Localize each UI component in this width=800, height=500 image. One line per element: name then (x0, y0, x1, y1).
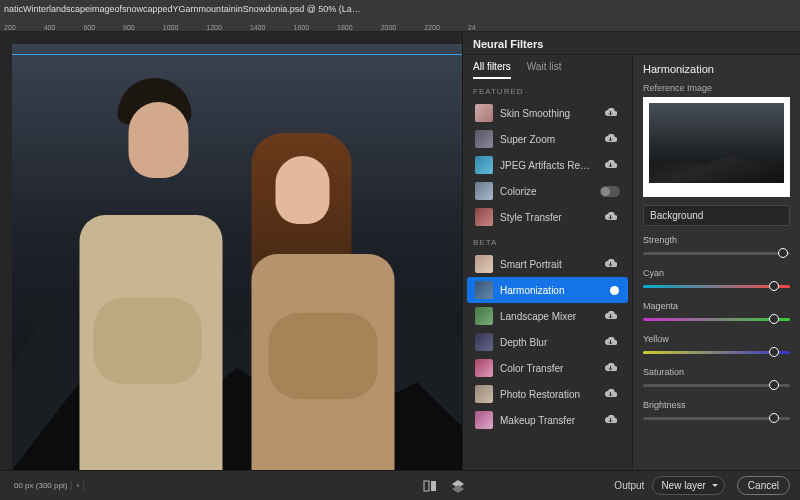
filter-label: Depth Blur (500, 337, 593, 348)
download-cloud-icon[interactable] (600, 108, 620, 118)
reference-image-thumb[interactable] (643, 97, 790, 197)
ruler-mark: 200 (4, 24, 16, 31)
reference-image-label: Reference Image (643, 83, 790, 93)
slider-label-cyan: Cyan (643, 268, 790, 278)
filter-landscape-mixer[interactable]: Landscape Mixer (467, 303, 628, 329)
footer-bar: 00 px (300 ppi) › Output New layer Cance… (0, 470, 800, 500)
ruler-mark: 1600 (293, 24, 309, 31)
slider-saturation[interactable] (643, 379, 790, 391)
slider-yellow[interactable] (643, 346, 790, 358)
section-beta: Beta (463, 230, 632, 251)
filter-label: JPEG Artifacts Removal (500, 160, 593, 171)
ruler-mark: 600 (83, 24, 95, 31)
ruler-mark: 1400 (250, 24, 266, 31)
slider-label-magenta: Magenta (643, 301, 790, 311)
person-female (237, 78, 413, 470)
output-label: Output (614, 480, 644, 491)
filter-detail-column: Harmonization Reference Image Background… (633, 55, 800, 470)
download-cloud-icon[interactable] (600, 415, 620, 425)
guide-line[interactable] (12, 54, 462, 55)
filter-depth-blur[interactable]: Depth Blur (467, 329, 628, 355)
filter-toggle[interactable] (600, 186, 620, 197)
download-cloud-icon[interactable] (600, 134, 620, 144)
filter-label: Color Transfer (500, 363, 593, 374)
slider-label-saturation: Saturation (643, 367, 790, 377)
foreground-subjects (62, 78, 413, 470)
download-cloud-icon[interactable] (600, 212, 620, 222)
filters-column: All filters Wait list Featured Skin Smoo… (463, 55, 633, 470)
ruler-mark: 24 (468, 24, 476, 31)
slider-strength[interactable] (643, 247, 790, 259)
filter-photo-restoration[interactable]: Photo Restoration (467, 381, 628, 407)
svg-rect-2 (424, 481, 429, 491)
tab-all-filters[interactable]: All filters (473, 61, 511, 79)
document-tab-bar: naticWinterlandscapeimageofsnowcappedYGa… (0, 0, 800, 18)
output-select[interactable]: New layer (652, 476, 724, 495)
slider-label-brightness: Brightness (643, 400, 790, 410)
filter-label: Style Transfer (500, 212, 593, 223)
download-cloud-icon[interactable] (600, 389, 620, 399)
filter-colorize[interactable]: Colorize (467, 178, 628, 204)
ruler-mark: 800 (123, 24, 135, 31)
ruler-mark: 2200 (424, 24, 440, 31)
filter-label: Makeup Transfer (500, 415, 593, 426)
panel-title: Neural Filters (463, 32, 800, 55)
canvas-area[interactable] (0, 32, 462, 470)
filter-label: Photo Restoration (500, 389, 593, 400)
svg-marker-5 (452, 485, 464, 493)
filter-label: Super Zoom (500, 134, 593, 145)
download-cloud-icon[interactable] (600, 259, 620, 269)
section-featured: Featured (463, 79, 632, 100)
filter-label: Colorize (500, 186, 593, 197)
filter-style-transfer[interactable]: Style Transfer (467, 204, 628, 230)
filter-skin-smoothing[interactable]: Skin Smoothing (467, 100, 628, 126)
slider-cyan[interactable] (643, 280, 790, 292)
filter-makeup-transfer[interactable]: Makeup Transfer (467, 407, 628, 433)
download-cloud-icon[interactable] (600, 311, 620, 321)
ruler-mark: 1000 (163, 24, 179, 31)
canvas-image (12, 44, 462, 470)
cancel-button[interactable]: Cancel (737, 476, 790, 495)
document-tab[interactable]: naticWinterlandscapeimageofsnowcappedYGa… (4, 4, 364, 14)
filter-smart-portrait[interactable]: Smart Portrait (467, 251, 628, 277)
download-cloud-icon[interactable] (600, 363, 620, 373)
svg-rect-3 (431, 481, 436, 491)
slider-magenta[interactable] (643, 313, 790, 325)
layers-icon[interactable] (451, 479, 465, 493)
slider-brightness[interactable] (643, 412, 790, 424)
filter-toggle[interactable] (600, 285, 620, 296)
tab-wait-list[interactable]: Wait list (527, 61, 562, 79)
ruler-mark: 2000 (381, 24, 397, 31)
person-male (62, 78, 238, 470)
status-chevron[interactable]: › (72, 481, 84, 490)
neural-filters-panel: Neural Filters All filters Wait list Fea… (462, 32, 800, 470)
ruler-mark: 1800 (337, 24, 353, 31)
detail-title: Harmonization (643, 63, 790, 75)
filter-color-transfer[interactable]: Color Transfer (467, 355, 628, 381)
reference-layer-select[interactable]: Background (643, 205, 790, 226)
filter-jpeg-artifacts-removal[interactable]: JPEG Artifacts Removal (467, 152, 628, 178)
filter-harmonization[interactable]: Harmonization (467, 277, 628, 303)
filter-label: Harmonization (500, 285, 593, 296)
filter-label: Smart Portrait (500, 259, 593, 270)
before-after-icon[interactable] (423, 479, 437, 493)
status-dimensions: 00 px (300 ppi) (10, 481, 72, 490)
ruler-mark: 1200 (206, 24, 222, 31)
download-cloud-icon[interactable] (600, 160, 620, 170)
filter-super-zoom[interactable]: Super Zoom (467, 126, 628, 152)
ruler-mark: 400 (44, 24, 56, 31)
slider-label-strength: Strength (643, 235, 790, 245)
slider-label-yellow: Yellow (643, 334, 790, 344)
filter-label: Skin Smoothing (500, 108, 593, 119)
horizontal-ruler: 200 400 600 800 1000 1200 1400 1600 1800… (0, 18, 800, 32)
download-cloud-icon[interactable] (600, 337, 620, 347)
filter-label: Landscape Mixer (500, 311, 593, 322)
